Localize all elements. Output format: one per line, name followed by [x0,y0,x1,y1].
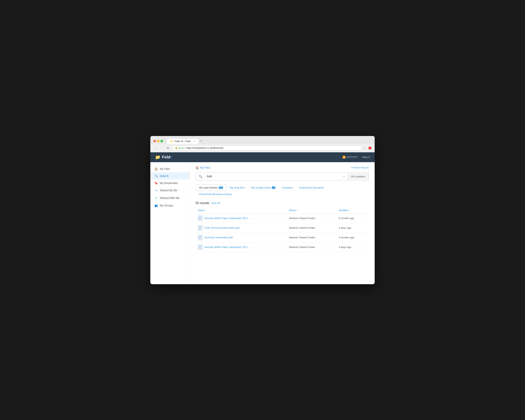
tab-title: Foldr v4 - Foldr [175,140,190,143]
tab-close-icon[interactable]: ✕ [194,140,195,142]
back-button[interactable]: ← [153,146,158,150]
file-link-1[interactable]: Foldr-Technical-Information.pdf [204,226,239,229]
file-where-1: Network Shared Folder [287,223,337,233]
file-cell-2: Technical Information.pdf [196,233,287,242]
file-link-3[interactable]: Security White Paper September 2017... [204,246,250,248]
close-icon: × [343,175,345,178]
close-button[interactable] [153,140,156,142]
app-logo: 📁 Foldr [155,155,172,160]
file-cell-3: Security White Paper September 2017... [196,242,287,252]
table-row: Technical Information.pdf Network Shared… [196,233,369,242]
extension-button[interactable]: 🔴 [368,146,372,150]
tab-sharepoint-education[interactable]: SharePoint Education [296,184,328,191]
tab-onedrive-label: Onedrive [282,186,293,189]
home-icon: 🏠 [154,167,158,171]
url-bar[interactable]: 🔒 Secure https://lovelytshirts.co.uk/fil… [172,145,362,151]
logo-r: r [170,155,172,159]
chevron-down-icon: ▾ [369,156,370,159]
search-location-button[interactable]: All Locations [347,173,369,180]
search-clear-button[interactable]: × [340,173,347,180]
header-right: 📶 ACTIVITY Hello ▾ [342,156,370,159]
title-bar: 📁 Foldr v4 - Foldr ✕ + [150,136,375,144]
search-icon: 🔍 [198,175,203,178]
chevron-down-icon: ▾ [351,166,353,169]
forward-button[interactable]: → [160,146,164,150]
file-cell-1: Foldr-Technical-Information.pdf [196,223,287,233]
file-modified-0: 8 months ago [336,213,369,223]
table-row: Security White Paper September 2017... N… [196,242,369,252]
sidebar-item-my-groups[interactable]: 👥 My Groups [150,202,189,209]
sidebar: 🏠 My Files 🔍 Search 🔖 My Bookmarks ↪ Sha… [150,162,190,284]
sidebar-label-bookmarks: My Bookmarks [160,181,178,185]
sidebar-item-shared-by-me[interactable]: ↪ Shared By Me [150,187,189,194]
tab-sharepoint-business[interactable]: SharePoint (Business Setup) [196,191,235,197]
logo-text: Foldr [162,155,172,159]
sidebar-label-search: Search [160,174,169,178]
search-location-label: All Locations [351,175,366,178]
tab-google-drive-badge: 3 [272,186,275,189]
home-icon: 🏠 [196,166,199,169]
file-link-2[interactable]: Technical Information.pdf [204,236,233,239]
svg-rect-0 [199,217,201,220]
svg-rect-12 [199,245,201,249]
hello-button[interactable]: Hello ▾ [362,156,370,159]
file-icon-3 [198,244,203,250]
groups-icon: 👥 [154,204,158,207]
tab-my-drop-box[interactable]: My Drop Box [226,184,248,191]
app-header: 📁 Foldr 📶 ACTIVITY Hello ▾ [150,152,375,162]
svg-rect-4 [199,226,201,229]
minimize-button[interactable] [157,140,159,142]
bookmark-icon: 🔖 [154,181,158,185]
file-where-0: Network Shared Folder [287,213,337,223]
share-in-icon: ↗ [154,196,158,200]
tab-drop-box-label: My Drop Box [230,186,244,189]
url-text: https://lovelytshirts.co.uk/files/home [186,147,224,149]
bookmark-button[interactable]: ☆ [364,146,366,150]
sidebar-label-my-groups: My Groups [160,204,173,207]
tab-favicon: 📁 [170,140,173,143]
table-row: Security White Paper September 2017... N… [196,213,369,223]
wifi-icon: 📶 [342,156,346,159]
show-search-label: Show Search [354,166,369,169]
file-modified-1: 4 days ago [336,223,369,233]
logo-icon: 📁 [155,155,160,160]
fullscreen-button[interactable] [160,140,163,142]
file-link-0[interactable]: Security White Paper September 2017... [204,217,250,220]
tab-my-google-drive[interactable]: My Google Drive 3 [248,184,279,191]
file-where-3: Network Shared Folder [287,242,337,252]
search-input[interactable] [205,173,340,180]
traffic-lights [153,140,163,142]
tab-google-drive-label: My Google Drive [251,186,270,189]
hello-label: Hello [362,156,368,159]
activity-button[interactable]: 📶 ACTIVITY [342,156,358,159]
new-tab-button[interactable]: + [198,138,204,144]
sidebar-item-shared-with-me[interactable]: ↗ Shared With Me [150,194,189,202]
file-modified-2: 4 months ago [336,233,369,242]
file-icon-1 [198,225,203,231]
activity-label: ACTIVITY [347,156,358,159]
file-icon-2 [198,235,203,240]
tab-onedrive[interactable]: Onedrive [279,184,296,191]
col-where: Where [287,207,337,214]
logo-fold: Fold [162,155,170,159]
sidebar-item-bookmarks[interactable]: 🔖 My Bookmarks [150,180,189,187]
tab-all-local-shares[interactable]: All Local Shares 55 [196,184,226,191]
my-files-link[interactable]: 🏠 My Files [196,166,210,169]
sidebar-item-search[interactable]: 🔍 Search [150,172,189,180]
search-submit-button[interactable]: 🔍 [196,173,205,180]
show-search-button[interactable]: ▾ Show Search [351,166,369,169]
sidebar-item-my-files[interactable]: 🏠 My Files [150,165,189,172]
file-cell-0: Security White Paper September 2017... [196,213,287,223]
table-row: Foldr-Technical-Information.pdf Network … [196,223,369,233]
tab-all-local-label: All Local Shares [199,186,217,189]
tab-all-local-badge: 55 [219,186,223,189]
view-all-link[interactable]: View All [211,201,220,204]
refresh-button[interactable]: ↻ [166,146,170,150]
col-modified: Modified [336,207,369,214]
tab-sharepoint-biz-label: SharePoint (Business Setup) [199,193,232,196]
address-bar: ← → ↻ 🔒 Secure https://lovelytshirts.co.… [150,144,375,152]
results-header: 55 results View All [196,201,369,205]
active-tab[interactable]: 📁 Foldr v4 - Foldr ✕ [167,139,198,144]
col-name[interactable]: Name [196,207,287,214]
file-where-2: Network Shared Folder [287,233,337,242]
